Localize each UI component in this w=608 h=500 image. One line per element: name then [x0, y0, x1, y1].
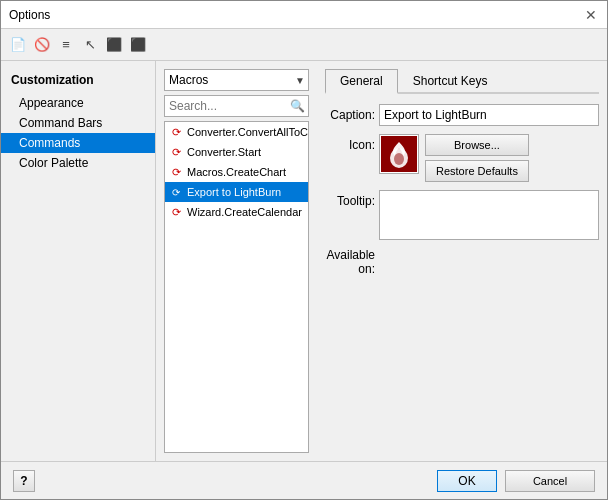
- toolbar-icon-5[interactable]: ⬛: [103, 34, 125, 56]
- search-input[interactable]: [164, 95, 309, 117]
- tab-general[interactable]: General: [325, 69, 398, 94]
- sidebar-item-color-palette[interactable]: Color Palette: [1, 153, 155, 173]
- tooltip-label: Tooltip:: [325, 190, 375, 208]
- icon-row: Icon:: [325, 134, 599, 182]
- lightburn-svg-icon: [381, 136, 417, 172]
- ok-button[interactable]: OK: [437, 470, 497, 492]
- macro-dropdown-wrapper: Macros Commands Tools View ▼: [164, 69, 309, 91]
- toolbar-icon-1[interactable]: 📄: [7, 34, 29, 56]
- toolbar-strip: 📄 🚫 ≡ ↖ ⬛ ⬛: [1, 29, 607, 61]
- command-item-3[interactable]: ⟳ Export to LightBurn: [165, 182, 308, 202]
- toolbar-icon-3[interactable]: ≡: [55, 34, 77, 56]
- command-icon-3: ⟳: [169, 185, 183, 199]
- caption-label: Caption:: [325, 108, 375, 122]
- dialog-title: Options: [9, 8, 50, 22]
- caption-row: Caption:: [325, 104, 599, 126]
- icon-preview: [379, 134, 419, 174]
- available-on-label: Available on:: [325, 248, 375, 276]
- command-icon-1: ⟳: [169, 145, 183, 159]
- help-button[interactable]: ?: [13, 470, 35, 492]
- restore-defaults-button[interactable]: Restore Defaults: [425, 160, 529, 182]
- tab-shortcut-keys[interactable]: Shortcut Keys: [398, 69, 503, 94]
- footer-left: ?: [13, 470, 35, 492]
- left-panel: Macros Commands Tools View ▼ 🔍: [164, 69, 309, 453]
- main-panel: Macros Commands Tools View ▼ 🔍: [156, 61, 607, 461]
- options-dialog: Options ✕ 📄 🚫 ≡ ↖ ⬛ ⬛ Customization Appe…: [0, 0, 608, 500]
- icon-area: Browse... Restore Defaults: [379, 134, 529, 182]
- commands-list[interactable]: ⟳ Converter.ConvertAllToCur... ⟳ Convert…: [164, 121, 309, 453]
- sidebar-item-command-bars[interactable]: Command Bars: [1, 113, 155, 133]
- available-row: Available on:: [325, 248, 599, 276]
- footer: ? OK Cancel: [1, 461, 607, 499]
- command-item-4[interactable]: ⟳ Wizard.CreateCalendar: [165, 202, 308, 222]
- caption-input[interactable]: [379, 104, 599, 126]
- icon-label: Icon:: [325, 134, 375, 152]
- command-item-2[interactable]: ⟳ Macros.CreateChart: [165, 162, 308, 182]
- search-icon: 🔍: [290, 99, 305, 113]
- icon-buttons: Browse... Restore Defaults: [425, 134, 529, 182]
- footer-right: OK Cancel: [437, 470, 595, 492]
- toolbar-icon-2[interactable]: 🚫: [31, 34, 53, 56]
- command-icon-0: ⟳: [169, 125, 183, 139]
- cancel-button[interactable]: Cancel: [505, 470, 595, 492]
- command-item-0[interactable]: ⟳ Converter.ConvertAllToCur...: [165, 122, 308, 142]
- content-area: Customization Appearance Command Bars Co…: [1, 61, 607, 461]
- title-bar: Options ✕: [1, 1, 607, 29]
- search-row: 🔍: [164, 95, 309, 117]
- tooltip-input[interactable]: [379, 190, 599, 240]
- sidebar-item-commands[interactable]: Commands: [1, 133, 155, 153]
- sidebar: Customization Appearance Command Bars Co…: [1, 61, 156, 461]
- tooltip-row: Tooltip:: [325, 190, 599, 240]
- toolbar-icon-6[interactable]: ⬛: [127, 34, 149, 56]
- close-button[interactable]: ✕: [583, 7, 599, 23]
- command-icon-4: ⟳: [169, 205, 183, 219]
- sidebar-item-appearance[interactable]: Appearance: [1, 93, 155, 113]
- tabs-row: General Shortcut Keys: [325, 69, 599, 94]
- svg-point-2: [394, 153, 404, 165]
- command-item-1[interactable]: ⟳ Converter.Start: [165, 142, 308, 162]
- command-icon-2: ⟳: [169, 165, 183, 179]
- toolbar-icon-4[interactable]: ↖: [79, 34, 101, 56]
- macro-dropdown[interactable]: Macros Commands Tools View: [164, 69, 309, 91]
- browse-button[interactable]: Browse...: [425, 134, 529, 156]
- right-panel: General Shortcut Keys Caption: Icon:: [317, 69, 599, 453]
- sidebar-section-title: Customization: [1, 69, 155, 93]
